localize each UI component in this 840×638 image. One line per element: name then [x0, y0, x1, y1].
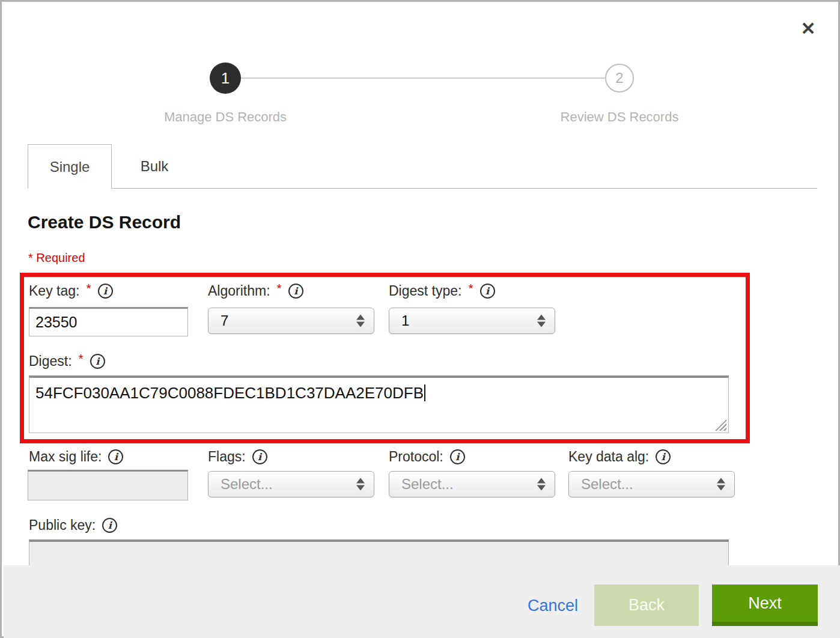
- modal-footer: Cancel Back Next: [4, 565, 840, 638]
- info-icon[interactable]: i: [252, 449, 267, 464]
- arrow-up-icon: [537, 315, 546, 320]
- next-button[interactable]: Next: [712, 585, 818, 626]
- key-data-alg-label: Key data alg:: [568, 449, 649, 465]
- required-asterisk: *: [79, 351, 84, 366]
- arrow-down-icon: [356, 322, 365, 327]
- algorithm-select-value: 7: [221, 312, 228, 329]
- arrow-up-icon: [717, 478, 725, 484]
- max-sig-life-label-row: Max sig life: i: [29, 449, 123, 465]
- flags-select-placeholder: Select...: [221, 476, 273, 493]
- select-stepper-arrows-icon: [537, 315, 546, 327]
- key-data-alg-label-row: Key data alg: i: [568, 449, 671, 465]
- digest-type-label: Digest type:: [389, 283, 461, 299]
- flags-select[interactable]: Select...: [208, 471, 374, 497]
- step-1-circle: 1: [210, 62, 241, 94]
- max-sig-life-label: Max sig life:: [29, 449, 102, 465]
- key-tag-label: Key tag:: [29, 283, 79, 299]
- tab-single[interactable]: Single: [28, 144, 112, 189]
- step-2-circle: 2: [605, 64, 634, 93]
- step-2-number: 2: [615, 70, 623, 87]
- stepper-connector-line: [240, 77, 606, 79]
- text-cursor: [424, 384, 425, 401]
- algorithm-label: Algorithm:: [208, 283, 270, 299]
- tab-bulk-label: Bulk: [141, 158, 169, 175]
- digest-value: 54FCF030AA1C79C0088FDEC1BD1C37DAA2E70DFB: [35, 384, 424, 402]
- algorithm-label-row: Algorithm: * i: [208, 283, 303, 299]
- arrow-up-icon: [356, 478, 365, 484]
- protocol-select-placeholder: Select...: [401, 476, 454, 493]
- step-2-label: Review DS Records: [541, 109, 698, 125]
- info-icon[interactable]: i: [108, 449, 123, 464]
- create-ds-record-modal: ✕ 1 2 Manage DS Records Review DS Record…: [0, 0, 840, 638]
- info-icon[interactable]: i: [480, 284, 495, 299]
- arrow-down-icon: [537, 485, 546, 491]
- info-icon[interactable]: i: [98, 284, 113, 299]
- info-icon[interactable]: i: [90, 354, 105, 369]
- resize-handle-icon[interactable]: [715, 419, 726, 431]
- required-asterisk: *: [86, 281, 91, 296]
- arrow-down-icon: [717, 485, 725, 491]
- algorithm-select[interactable]: 7: [208, 308, 374, 334]
- close-icon[interactable]: ✕: [797, 17, 819, 39]
- key-data-alg-select[interactable]: Select...: [568, 471, 735, 497]
- arrow-down-icon: [356, 485, 365, 491]
- protocol-label: Protocol:: [389, 449, 443, 465]
- arrow-up-icon: [537, 478, 546, 484]
- step-1-label: Manage DS Records: [147, 109, 303, 125]
- required-note: * Required: [28, 251, 85, 265]
- step-1-number: 1: [221, 69, 230, 88]
- info-icon[interactable]: i: [102, 518, 117, 533]
- key-tag-label-row: Key tag: * i: [29, 283, 113, 299]
- required-asterisk: *: [468, 281, 473, 296]
- select-stepper-arrows-icon: [356, 315, 365, 327]
- page-title: Create DS Record: [28, 212, 181, 232]
- protocol-label-row: Protocol: i: [389, 449, 465, 465]
- digest-type-select[interactable]: 1: [389, 308, 555, 334]
- back-button[interactable]: Back: [594, 585, 699, 626]
- flags-label: Flags:: [208, 449, 246, 465]
- max-sig-life-input[interactable]: [28, 470, 188, 500]
- arrow-up-icon: [356, 315, 365, 320]
- tab-bulk[interactable]: Bulk: [112, 145, 197, 188]
- tab-single-label: Single: [50, 159, 90, 175]
- select-stepper-arrows-icon: [717, 478, 725, 491]
- select-stepper-arrows-icon: [537, 478, 546, 491]
- info-icon[interactable]: i: [288, 284, 303, 299]
- tab-underline: [111, 188, 817, 189]
- key-data-alg-select-placeholder: Select...: [581, 476, 633, 493]
- protocol-select[interactable]: Select...: [389, 471, 555, 497]
- digest-textarea[interactable]: 54FCF030AA1C79C0088FDEC1BD1C37DAA2E70DFB: [29, 375, 729, 433]
- info-icon[interactable]: i: [450, 449, 465, 464]
- info-icon[interactable]: i: [656, 449, 671, 464]
- flags-label-row: Flags: i: [208, 449, 267, 465]
- public-key-label-row: Public key: i: [29, 517, 117, 533]
- cancel-button[interactable]: Cancel: [528, 597, 578, 615]
- arrow-down-icon: [537, 322, 546, 327]
- digest-label-row: Digest: * i: [29, 353, 105, 369]
- public-key-textarea[interactable]: [29, 539, 729, 565]
- digest-label: Digest:: [29, 353, 72, 369]
- public-key-label: Public key:: [29, 517, 96, 533]
- digest-type-label-row: Digest type: * i: [389, 283, 495, 299]
- key-tag-input[interactable]: [29, 307, 188, 336]
- digest-type-select-value: 1: [401, 312, 409, 329]
- select-stepper-arrows-icon: [356, 478, 365, 491]
- required-asterisk: *: [277, 281, 282, 296]
